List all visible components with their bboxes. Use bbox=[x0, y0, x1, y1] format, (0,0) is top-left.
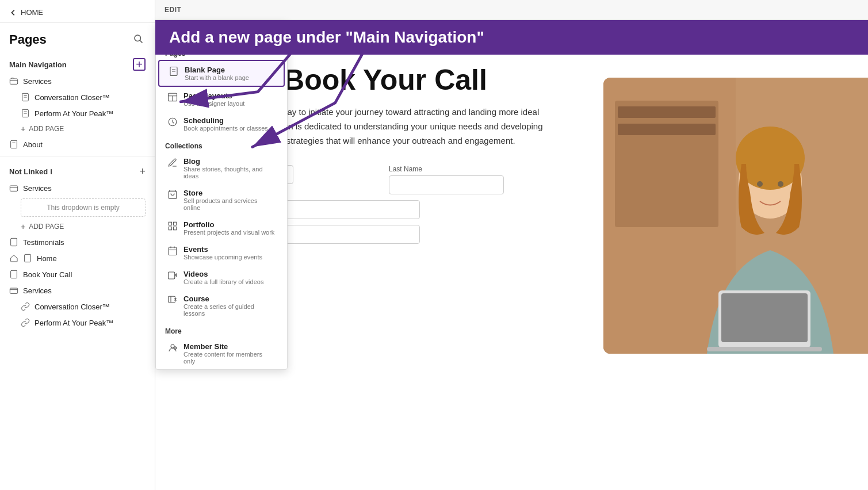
dropdown-header: Pages bbox=[156, 22, 287, 44]
info-icon: i bbox=[50, 167, 52, 176]
preview-social: f ▶ ✕ bbox=[752, 31, 777, 42]
sidebar-item-book-call[interactable]: Book Your Call bbox=[0, 266, 155, 282]
svg-rect-40 bbox=[615, 101, 718, 227]
sidebar-item-services-main[interactable]: Services bbox=[0, 73, 155, 89]
facebook-icon: f bbox=[752, 31, 754, 41]
portfolio-icon bbox=[167, 221, 178, 231]
link-icon bbox=[21, 302, 30, 311]
sidebar-item-home[interactable]: Home bbox=[0, 250, 155, 266]
page-icon-2 bbox=[21, 109, 30, 118]
videos-text: Videos Create a full library of videos bbox=[183, 270, 263, 285]
sidebar-item-testimonials[interactable]: Testimonials bbox=[0, 234, 155, 250]
dropdown-scheduling[interactable]: Scheduling Book appointments or classes bbox=[158, 112, 285, 136]
svg-rect-2 bbox=[10, 79, 17, 84]
services-not-linked-label: Services bbox=[23, 184, 52, 193]
sidebar-item-perform-2[interactable]: Perform At Your Peak™ bbox=[0, 315, 155, 331]
conversation-closer-label: Conversation Closer™ bbox=[35, 93, 110, 102]
person-illustration bbox=[603, 78, 868, 354]
svg-point-45 bbox=[757, 181, 763, 187]
about-label: About bbox=[23, 140, 43, 149]
sidebar-item-services-not-linked[interactable]: Services bbox=[0, 180, 155, 196]
events-icon bbox=[167, 246, 178, 256]
svg-point-0 bbox=[135, 35, 141, 41]
nav-about-link[interactable]: About bbox=[719, 32, 740, 41]
perform-peak-label: Perform At Your Peak™ bbox=[35, 109, 113, 118]
dropdown-course[interactable]: Course Create a series of guided lessons bbox=[158, 290, 285, 321]
page-layouts-title: Page Layouts bbox=[183, 91, 244, 100]
member-site-title: Member Site bbox=[183, 342, 276, 351]
blank-page-subtitle: Start with a blank page bbox=[185, 74, 249, 81]
svg-point-46 bbox=[778, 181, 783, 187]
dropdown-videos[interactable]: Videos Create a full library of videos bbox=[158, 265, 285, 290]
dropdown-member-site[interactable]: Member Site Create content for members o… bbox=[158, 338, 285, 369]
sidebar-item-services-3[interactable]: Services bbox=[0, 282, 155, 298]
add-page-not-linked-label: ADD PAGE bbox=[29, 223, 64, 231]
search-button[interactable] bbox=[131, 31, 146, 48]
blank-page-title: Blank Page bbox=[185, 66, 249, 74]
add-page-not-linked[interactable]: + ADD PAGE bbox=[0, 219, 155, 234]
dropdown-store[interactable]: Store Sell products and services online bbox=[158, 184, 285, 216]
not-linked-add-button[interactable]: + bbox=[139, 166, 146, 178]
home-link[interactable]: HOME bbox=[0, 0, 155, 23]
page-layouts-subtitle: Use a designer layout bbox=[183, 100, 244, 107]
svg-rect-13 bbox=[25, 254, 31, 262]
collections-section-label: Collections bbox=[156, 136, 287, 152]
dropdown-blank-page[interactable]: Blank Page Start with a blank page bbox=[158, 60, 285, 87]
page-icon bbox=[21, 93, 30, 102]
videos-title: Videos bbox=[183, 270, 263, 278]
svg-rect-32 bbox=[169, 272, 175, 279]
pages-header: Pages bbox=[0, 23, 155, 52]
page-icon-about bbox=[9, 140, 18, 149]
plus-icon: + bbox=[21, 124, 25, 133]
add-page-button[interactable]: + bbox=[133, 58, 146, 71]
svg-rect-26 bbox=[174, 227, 177, 230]
chevron-left-icon bbox=[9, 9, 17, 17]
add-page-label: ADD PAGE bbox=[29, 125, 64, 133]
course-icon bbox=[167, 295, 178, 305]
divider-1 bbox=[0, 156, 155, 156]
blank-page-text: Blank Page Start with a blank page bbox=[185, 66, 249, 81]
home-label: Home bbox=[37, 254, 57, 263]
dropdown-page-layouts[interactable]: Page Layouts Use a designer layout bbox=[158, 87, 285, 112]
last-name-input[interactable] bbox=[389, 175, 504, 194]
services-label: Services bbox=[23, 77, 52, 86]
preview-nav-links: Services About f ▶ ✕ Book A Call bbox=[676, 28, 851, 45]
dropdown-portfolio[interactable]: Portfolio Present projects and visual wo… bbox=[158, 216, 285, 240]
folder-icon-2 bbox=[9, 183, 18, 193]
svg-rect-27 bbox=[169, 227, 171, 230]
svg-rect-15 bbox=[10, 288, 17, 293]
scheduling-subtitle: Book appointments or classes bbox=[183, 125, 268, 132]
svg-rect-42 bbox=[618, 124, 716, 135]
preview-image bbox=[603, 78, 868, 354]
sidebar-item-about[interactable]: About bbox=[0, 136, 155, 152]
course-subtitle: Create a series of guided lessons bbox=[183, 303, 276, 317]
youtube-icon: ▶ bbox=[759, 31, 766, 42]
sidebar-item-conversation[interactable]: Conversation Closer™ bbox=[0, 89, 155, 105]
portfolio-subtitle: Present projects and visual work bbox=[183, 229, 274, 236]
layouts-icon bbox=[167, 92, 178, 102]
svg-rect-34 bbox=[169, 296, 175, 303]
videos-subtitle: Create a full library of videos bbox=[183, 278, 263, 285]
preview-cta-button[interactable]: Book A Call bbox=[789, 28, 851, 45]
store-title: Store bbox=[183, 189, 276, 197]
perform-2-label: Perform At Your Peak™ bbox=[35, 319, 113, 327]
dropdown-blog[interactable]: Blog Share stories, thoughts, and ideas bbox=[158, 152, 285, 184]
add-page-services[interactable]: + ADD PAGE bbox=[0, 121, 155, 136]
sidebar-item-conv-2[interactable]: Conversation Closer™ bbox=[0, 298, 155, 315]
search-icon bbox=[133, 33, 143, 44]
member-site-subtitle: Create content for members only bbox=[183, 351, 276, 365]
svg-rect-41 bbox=[618, 106, 716, 118]
link-icon-2 bbox=[21, 318, 30, 327]
last-name-label: Last Name bbox=[389, 165, 592, 173]
page-icon-book bbox=[9, 270, 18, 279]
svg-rect-28 bbox=[169, 247, 177, 255]
blank-page-icon bbox=[169, 66, 179, 76]
twitter-x-icon: ✕ bbox=[770, 32, 777, 41]
main-nav-label: Main Navigation + bbox=[0, 52, 155, 73]
nav-services-link[interactable]: Services bbox=[676, 32, 708, 41]
svg-rect-24 bbox=[169, 222, 171, 225]
services-3-label: Services bbox=[23, 286, 52, 295]
dropdown-empty: This dropdown is empty bbox=[21, 198, 146, 217]
sidebar-item-perform[interactable]: Perform At Your Peak™ bbox=[0, 105, 155, 121]
dropdown-events[interactable]: Events Showcase upcoming events bbox=[158, 240, 285, 265]
